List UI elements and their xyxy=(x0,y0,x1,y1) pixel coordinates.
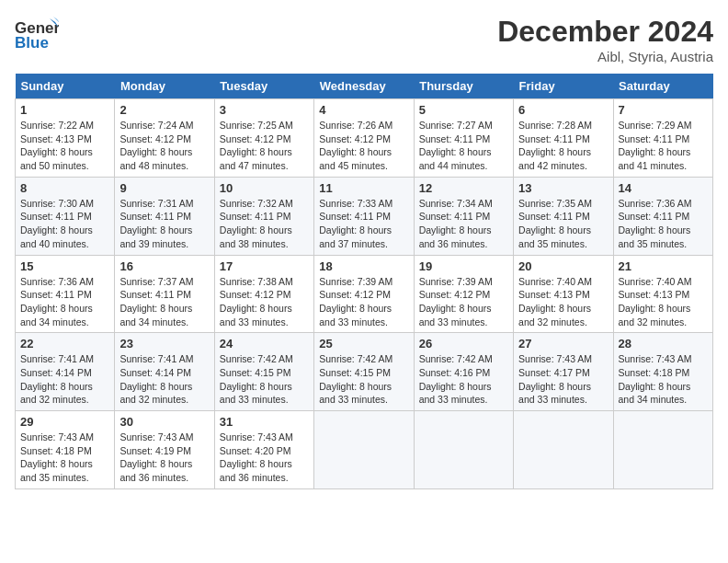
day-number: 26 xyxy=(419,337,508,350)
title-block: December 2024 Aibl, Styria, Austria xyxy=(497,15,713,64)
day-detail: Sunrise: 7:39 AM Sunset: 4:12 PM Dayligh… xyxy=(319,275,408,329)
weekday-header-saturday: Saturday xyxy=(613,74,712,99)
day-number: 21 xyxy=(619,259,708,273)
page-header: General Blue December 2024 Aibl, Styria,… xyxy=(15,15,713,64)
calendar-cell xyxy=(514,411,613,489)
day-number: 31 xyxy=(220,415,309,429)
day-detail: Sunrise: 7:32 AM Sunset: 4:11 PM Dayligh… xyxy=(220,197,309,251)
calendar-cell: 28Sunrise: 7:43 AM Sunset: 4:18 PM Dayli… xyxy=(613,333,712,411)
calendar-week-row: 29Sunrise: 7:43 AM Sunset: 4:18 PM Dayli… xyxy=(16,411,713,489)
day-number: 7 xyxy=(619,103,708,117)
day-detail: Sunrise: 7:43 AM Sunset: 4:20 PM Dayligh… xyxy=(220,431,309,485)
calendar-cell: 14Sunrise: 7:36 AM Sunset: 4:11 PM Dayli… xyxy=(613,177,712,255)
day-number: 23 xyxy=(119,337,209,350)
calendar-cell: 21Sunrise: 7:40 AM Sunset: 4:13 PM Dayli… xyxy=(613,255,712,333)
calendar-cell: 29Sunrise: 7:43 AM Sunset: 4:18 PM Dayli… xyxy=(16,411,115,489)
calendar-cell: 24Sunrise: 7:42 AM Sunset: 4:15 PM Dayli… xyxy=(214,333,313,411)
calendar-cell: 25Sunrise: 7:42 AM Sunset: 4:15 PM Dayli… xyxy=(314,333,414,411)
calendar-cell: 13Sunrise: 7:35 AM Sunset: 4:11 PM Dayli… xyxy=(514,177,613,255)
day-number: 18 xyxy=(319,259,408,273)
day-number: 1 xyxy=(20,103,109,117)
day-detail: Sunrise: 7:38 AM Sunset: 4:12 PM Dayligh… xyxy=(220,275,309,329)
day-number: 4 xyxy=(319,103,408,117)
calendar-cell: 17Sunrise: 7:38 AM Sunset: 4:12 PM Dayli… xyxy=(214,255,313,333)
calendar-header-row: SundayMondayTuesdayWednesdayThursdayFrid… xyxy=(16,74,713,99)
day-detail: Sunrise: 7:42 AM Sunset: 4:16 PM Dayligh… xyxy=(419,352,508,407)
day-detail: Sunrise: 7:40 AM Sunset: 4:13 PM Dayligh… xyxy=(518,275,608,329)
month-year-title: December 2024 xyxy=(497,15,713,49)
logo-icon: General Blue xyxy=(15,15,59,55)
day-number: 19 xyxy=(419,259,508,273)
calendar-cell: 26Sunrise: 7:42 AM Sunset: 4:16 PM Dayli… xyxy=(414,333,513,411)
calendar-cell: 7Sunrise: 7:29 AM Sunset: 4:11 PM Daylig… xyxy=(613,99,712,178)
day-detail: Sunrise: 7:30 AM Sunset: 4:11 PM Dayligh… xyxy=(20,197,109,251)
day-detail: Sunrise: 7:43 AM Sunset: 4:17 PM Dayligh… xyxy=(518,352,608,407)
calendar-cell: 20Sunrise: 7:40 AM Sunset: 4:13 PM Dayli… xyxy=(514,255,613,333)
calendar-cell: 9Sunrise: 7:31 AM Sunset: 4:11 PM Daylig… xyxy=(115,177,214,255)
calendar-cell: 4Sunrise: 7:26 AM Sunset: 4:12 PM Daylig… xyxy=(314,99,414,178)
calendar-table: SundayMondayTuesdayWednesdayThursdayFrid… xyxy=(15,74,713,489)
calendar-cell: 11Sunrise: 7:33 AM Sunset: 4:11 PM Dayli… xyxy=(314,177,414,255)
day-number: 8 xyxy=(20,181,109,195)
day-detail: Sunrise: 7:41 AM Sunset: 4:14 PM Dayligh… xyxy=(20,352,109,407)
calendar-cell: 6Sunrise: 7:28 AM Sunset: 4:11 PM Daylig… xyxy=(514,99,613,178)
calendar-week-row: 22Sunrise: 7:41 AM Sunset: 4:14 PM Dayli… xyxy=(16,333,713,411)
calendar-cell xyxy=(414,411,513,489)
calendar-cell: 18Sunrise: 7:39 AM Sunset: 4:12 PM Dayli… xyxy=(314,255,414,333)
day-detail: Sunrise: 7:42 AM Sunset: 4:15 PM Dayligh… xyxy=(319,352,408,407)
day-number: 11 xyxy=(319,181,408,195)
weekday-header-wednesday: Wednesday xyxy=(314,74,414,99)
day-detail: Sunrise: 7:41 AM Sunset: 4:14 PM Dayligh… xyxy=(119,352,209,407)
calendar-cell: 12Sunrise: 7:34 AM Sunset: 4:11 PM Dayli… xyxy=(414,177,513,255)
day-number: 9 xyxy=(119,181,209,195)
calendar-week-row: 15Sunrise: 7:36 AM Sunset: 4:11 PM Dayli… xyxy=(16,255,713,333)
day-detail: Sunrise: 7:26 AM Sunset: 4:12 PM Dayligh… xyxy=(319,119,408,173)
location-subtitle: Aibl, Styria, Austria xyxy=(497,49,713,64)
day-number: 2 xyxy=(119,103,209,117)
day-number: 28 xyxy=(619,337,708,350)
day-detail: Sunrise: 7:33 AM Sunset: 4:11 PM Dayligh… xyxy=(319,197,408,251)
day-number: 22 xyxy=(20,337,109,350)
day-number: 15 xyxy=(20,259,109,273)
weekday-header-sunday: Sunday xyxy=(16,74,115,99)
calendar-cell: 31Sunrise: 7:43 AM Sunset: 4:20 PM Dayli… xyxy=(214,411,313,489)
day-number: 27 xyxy=(518,337,608,350)
calendar-cell: 19Sunrise: 7:39 AM Sunset: 4:12 PM Dayli… xyxy=(414,255,513,333)
day-detail: Sunrise: 7:43 AM Sunset: 4:19 PM Dayligh… xyxy=(119,431,209,485)
day-detail: Sunrise: 7:35 AM Sunset: 4:11 PM Dayligh… xyxy=(518,197,608,251)
day-detail: Sunrise: 7:36 AM Sunset: 4:11 PM Dayligh… xyxy=(20,275,109,329)
calendar-cell: 22Sunrise: 7:41 AM Sunset: 4:14 PM Dayli… xyxy=(16,333,115,411)
day-number: 5 xyxy=(419,103,508,117)
day-number: 24 xyxy=(220,337,309,350)
calendar-cell: 15Sunrise: 7:36 AM Sunset: 4:11 PM Dayli… xyxy=(16,255,115,333)
day-number: 17 xyxy=(220,259,309,273)
day-number: 30 xyxy=(119,415,209,429)
calendar-body: 1Sunrise: 7:22 AM Sunset: 4:13 PM Daylig… xyxy=(16,99,713,489)
day-number: 25 xyxy=(319,337,408,350)
logo: General Blue xyxy=(15,15,59,55)
day-detail: Sunrise: 7:39 AM Sunset: 4:12 PM Dayligh… xyxy=(419,275,508,329)
day-number: 29 xyxy=(20,415,109,429)
day-number: 3 xyxy=(220,103,309,117)
calendar-cell: 27Sunrise: 7:43 AM Sunset: 4:17 PM Dayli… xyxy=(514,333,613,411)
day-detail: Sunrise: 7:42 AM Sunset: 4:15 PM Dayligh… xyxy=(220,352,309,407)
weekday-header-monday: Monday xyxy=(115,74,214,99)
calendar-cell: 1Sunrise: 7:22 AM Sunset: 4:13 PM Daylig… xyxy=(16,99,115,178)
day-detail: Sunrise: 7:28 AM Sunset: 4:11 PM Dayligh… xyxy=(518,119,608,173)
day-number: 6 xyxy=(518,103,608,117)
day-detail: Sunrise: 7:25 AM Sunset: 4:12 PM Dayligh… xyxy=(220,119,309,173)
day-detail: Sunrise: 7:36 AM Sunset: 4:11 PM Dayligh… xyxy=(619,197,708,251)
day-detail: Sunrise: 7:22 AM Sunset: 4:13 PM Dayligh… xyxy=(20,119,109,173)
calendar-cell: 30Sunrise: 7:43 AM Sunset: 4:19 PM Dayli… xyxy=(115,411,214,489)
calendar-cell: 3Sunrise: 7:25 AM Sunset: 4:12 PM Daylig… xyxy=(214,99,313,178)
calendar-cell: 8Sunrise: 7:30 AM Sunset: 4:11 PM Daylig… xyxy=(16,177,115,255)
calendar-week-row: 8Sunrise: 7:30 AM Sunset: 4:11 PM Daylig… xyxy=(16,177,713,255)
calendar-week-row: 1Sunrise: 7:22 AM Sunset: 4:13 PM Daylig… xyxy=(16,99,713,178)
day-detail: Sunrise: 7:27 AM Sunset: 4:11 PM Dayligh… xyxy=(419,119,508,173)
day-detail: Sunrise: 7:24 AM Sunset: 4:12 PM Dayligh… xyxy=(119,119,209,173)
day-detail: Sunrise: 7:34 AM Sunset: 4:11 PM Dayligh… xyxy=(419,197,508,251)
calendar-cell xyxy=(314,411,414,489)
day-detail: Sunrise: 7:43 AM Sunset: 4:18 PM Dayligh… xyxy=(619,352,708,407)
day-detail: Sunrise: 7:31 AM Sunset: 4:11 PM Dayligh… xyxy=(119,197,209,251)
calendar-cell: 10Sunrise: 7:32 AM Sunset: 4:11 PM Dayli… xyxy=(214,177,313,255)
